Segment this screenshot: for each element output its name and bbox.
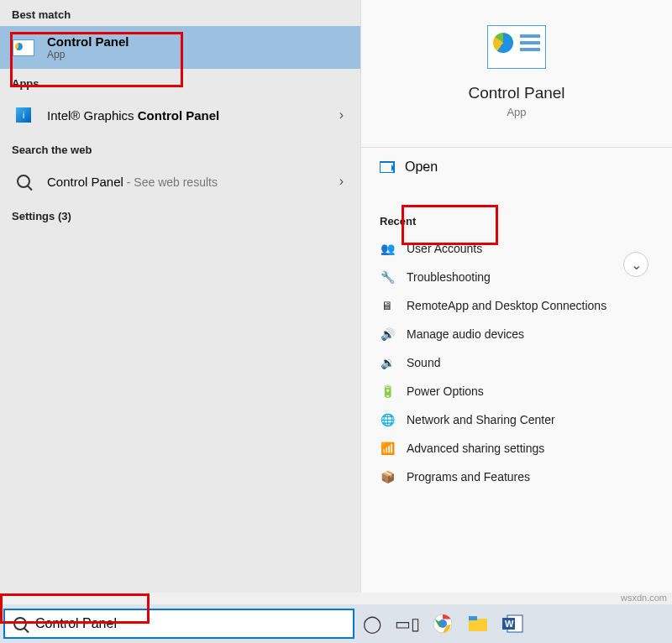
recent-label: Recent <box>361 212 672 234</box>
recent-item[interactable]: 🌐Network and Sharing Center <box>361 405 672 434</box>
search-input[interactable] <box>35 616 344 631</box>
recent-item-label: Power Options <box>407 384 484 398</box>
recent-item[interactable]: 📦Programs and Features <box>361 463 672 491</box>
recent-item-icon: 🔊 <box>380 327 395 342</box>
web-result[interactable]: Control Panel - See web results › <box>0 161 360 201</box>
search-results-pane: Best match Control Panel App Apps i Inte… <box>0 0 361 593</box>
recent-item-icon: 👥 <box>380 241 395 256</box>
app-result-intel-graphics[interactable]: i Intel® Graphics Control Panel › <box>0 95 360 135</box>
detail-title: Control Panel <box>361 84 672 102</box>
cortana-icon[interactable]: ◯ <box>354 607 390 640</box>
result-subtitle: App <box>47 49 349 60</box>
recent-item-label: RemoteApp and Desktop Connections <box>407 299 606 312</box>
recent-item-icon: 🔧 <box>380 269 395 285</box>
recent-item-label: Network and Sharing Center <box>407 413 555 426</box>
result-title: Control Panel <box>47 34 129 49</box>
recent-item[interactable]: 🔊Manage audio devices <box>361 320 672 348</box>
svg-text:W: W <box>505 619 514 629</box>
best-match-label: Best match <box>0 0 360 26</box>
taskbar: ◯ ▭▯ W <box>0 604 672 643</box>
detail-pane: Control Panel App Open ⌄ Recent 👥User Ac… <box>361 0 672 593</box>
recent-item-icon: 🖥 <box>380 298 395 313</box>
open-label: Open <box>405 159 438 175</box>
recent-item-label: User Accounts <box>407 242 482 255</box>
search-icon <box>13 617 27 630</box>
file-explorer-icon[interactable] <box>460 607 496 640</box>
detail-subtitle: App <box>361 106 672 118</box>
word-icon[interactable]: W <box>496 607 531 640</box>
search-icon <box>12 170 35 193</box>
recent-item-label: Sound <box>407 356 440 369</box>
open-action[interactable]: Open <box>361 148 672 186</box>
recent-item-icon: 📶 <box>380 441 395 456</box>
recent-item-label: Manage audio devices <box>407 327 524 341</box>
watermark: wsxdn.com <box>621 593 667 603</box>
expand-toggle[interactable]: ⌄ <box>623 252 648 277</box>
svg-rect-2 <box>469 619 487 631</box>
chevron-right-icon[interactable]: › <box>334 174 349 189</box>
control-panel-icon-large <box>487 25 546 69</box>
recent-item-icon: 🔋 <box>380 384 395 399</box>
recent-item-icon: 📦 <box>380 469 395 484</box>
intel-icon: i <box>12 103 35 127</box>
recent-item[interactable]: 🔉Sound <box>361 348 672 377</box>
best-match-result[interactable]: Control Panel App <box>0 26 360 69</box>
control-panel-icon <box>12 36 35 60</box>
svg-rect-3 <box>469 616 477 620</box>
chrome-icon[interactable] <box>425 607 460 640</box>
chevron-right-icon[interactable]: › <box>334 107 349 123</box>
chevron-down-icon: ⌄ <box>631 257 642 273</box>
open-icon <box>380 161 395 173</box>
task-view-icon[interactable]: ▭▯ <box>390 607 425 640</box>
taskbar-search-box[interactable] <box>3 609 354 639</box>
apps-label: Apps <box>0 69 360 95</box>
recent-item-label: Troubleshooting <box>407 270 491 284</box>
recent-item[interactable]: 📶Advanced sharing settings <box>361 434 672 463</box>
settings-label[interactable]: Settings (3) <box>0 201 360 227</box>
recent-item-icon: 🔉 <box>380 355 395 370</box>
recent-item-label: Programs and Features <box>407 470 530 484</box>
recent-item[interactable]: 🖥RemoteApp and Desktop Connections <box>361 291 672 320</box>
recent-item-icon: 🌐 <box>380 412 395 427</box>
web-label: Search the web <box>0 135 360 161</box>
recent-item[interactable]: 🔋Power Options <box>361 377 672 405</box>
recent-item-label: Advanced sharing settings <box>407 442 544 455</box>
